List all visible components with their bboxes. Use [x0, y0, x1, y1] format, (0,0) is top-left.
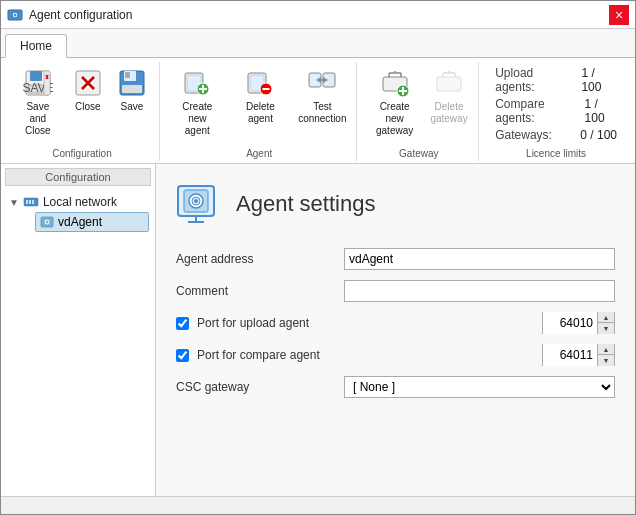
agent-address-input[interactable] [344, 248, 615, 270]
svg-point-2 [14, 13, 17, 16]
port-upload-down-button[interactable]: ▼ [598, 323, 614, 334]
gateways-value: 0 / 100 [580, 128, 617, 142]
app-icon [7, 7, 23, 23]
agent-header: Agent settings [176, 180, 615, 228]
csc-gateway-label: CSC gateway [176, 380, 336, 394]
port-compare-value[interactable] [543, 344, 598, 366]
ribbon-group-licence: Upload agents: 1 / 100 Compare agents: 1… [481, 62, 631, 161]
save-button[interactable]: Save [111, 62, 153, 118]
compare-agents-row: Compare agents: 1 / 100 [495, 97, 617, 125]
gateway-group-label: Gateway [399, 148, 438, 159]
port-upload-row: Port for upload agent ▲ ▼ [176, 312, 615, 334]
delete-agent-button[interactable]: Delete agent [229, 62, 293, 130]
agent-buttons: Create newagent Delete agent [168, 62, 350, 146]
licence-info: Upload agents: 1 / 100 Compare agents: 1… [487, 62, 625, 146]
ribbon-content: SAVE Saveand Close [1, 57, 635, 163]
agent-address-label: Agent address [176, 252, 336, 266]
upload-agents-label: Upload agents: [495, 66, 573, 94]
svg-rect-45 [26, 200, 28, 204]
upload-agents-value: 1 / 100 [581, 66, 617, 94]
close-label: Close [75, 101, 101, 113]
save-close-icon: SAVE [22, 67, 54, 99]
upload-agents-row: Upload agents: 1 / 100 [495, 66, 617, 94]
gateways-label: Gateways: [495, 128, 552, 142]
licence-group-label: Licence limits [526, 148, 586, 159]
delete-gateway-icon [433, 67, 465, 99]
ribbon-group-agent: Create newagent Delete agent [162, 62, 357, 161]
port-compare-checkbox-row: Port for compare agent [176, 348, 336, 362]
save-icon [116, 67, 148, 99]
comment-label: Comment [176, 284, 336, 298]
csc-gateway-select[interactable]: [ None ] [344, 376, 615, 398]
close-button[interactable]: Close [67, 62, 109, 118]
delete-gateway-label: Deletegateway [430, 101, 467, 125]
sidebar-title: Configuration [5, 168, 151, 186]
close-window-button[interactable]: × [609, 5, 629, 25]
save-label: Save [121, 101, 144, 113]
create-agent-button[interactable]: Create newagent [168, 62, 227, 142]
delete-agent-label: Delete agent [236, 101, 286, 125]
agent-settings-title: Agent settings [236, 191, 375, 217]
comment-row: Comment [176, 280, 615, 302]
comment-input[interactable] [344, 280, 615, 302]
test-connection-icon [306, 67, 338, 99]
close-icon [72, 67, 104, 99]
port-compare-label: Port for compare agent [197, 348, 320, 362]
sidebar: Configuration ▼ Local network [1, 164, 156, 496]
create-agent-label: Create newagent [175, 101, 220, 137]
port-compare-checkbox[interactable] [176, 349, 189, 362]
create-gateway-button[interactable]: Create newgateway [365, 62, 423, 142]
gateway-buttons: Create newgateway Deletegateway [365, 62, 472, 146]
create-agent-icon [181, 67, 213, 99]
svg-rect-7 [44, 71, 50, 95]
save-close-button[interactable]: SAVE Saveand Close [11, 62, 65, 142]
title-bar-left: Agent configuration [7, 7, 132, 23]
ribbon: Home SAVE [1, 29, 635, 164]
compare-agents-label: Compare agents: [495, 97, 576, 125]
network-icon [23, 194, 39, 210]
port-compare-spinner: ▲ ▼ [542, 344, 615, 366]
agent-node-icon [40, 215, 54, 229]
title-text: Agent configuration [29, 8, 132, 22]
form-grid: Agent address Comment Port for upload ag… [176, 248, 615, 398]
svg-rect-46 [29, 200, 31, 204]
delete-agent-icon [244, 67, 276, 99]
port-upload-checkbox-row: Port for upload agent [176, 316, 336, 330]
port-upload-checkbox[interactable] [176, 317, 189, 330]
svg-point-55 [194, 199, 198, 203]
port-compare-up-button[interactable]: ▲ [598, 344, 614, 355]
agent-group-label: Agent [246, 148, 272, 159]
port-compare-down-button[interactable]: ▼ [598, 355, 614, 366]
agent-address-row: Agent address [176, 248, 615, 270]
agent-header-icon [176, 180, 224, 228]
ribbon-tabs: Home [1, 29, 635, 57]
tree-node-local-network[interactable]: ▼ Local network [7, 192, 149, 212]
tree-children: vdAgent [35, 212, 149, 232]
port-compare-spin-buttons: ▲ ▼ [598, 344, 614, 366]
port-upload-label: Port for upload agent [197, 316, 309, 330]
test-connection-button[interactable]: Testconnection [294, 62, 350, 130]
tab-home[interactable]: Home [5, 34, 67, 58]
svg-point-50 [46, 221, 49, 224]
port-upload-spinner: ▲ ▼ [542, 312, 615, 334]
create-gateway-label: Create newgateway [372, 101, 416, 137]
csc-gateway-row: CSC gateway [ None ] [176, 376, 615, 398]
create-gateway-icon [379, 67, 411, 99]
port-upload-value[interactable] [543, 312, 598, 334]
port-upload-up-button[interactable]: ▲ [598, 312, 614, 323]
configuration-buttons: SAVE Saveand Close [11, 62, 153, 146]
vdagent-label: vdAgent [58, 215, 102, 229]
svg-rect-47 [32, 200, 34, 204]
port-compare-row: Port for compare agent ▲ ▼ [176, 344, 615, 366]
local-network-label: Local network [43, 195, 117, 209]
status-bar [1, 496, 635, 514]
main-window: Agent configuration × Home SAVE [0, 0, 636, 515]
test-connection-label: Testconnection [298, 101, 346, 125]
tree-node-vdagent[interactable]: vdAgent [35, 212, 149, 232]
ribbon-group-gateway: Create newgateway Deletegateway [359, 62, 479, 161]
configuration-group-label: Configuration [52, 148, 111, 159]
compare-agents-value: 1 / 100 [585, 97, 617, 125]
delete-gateway-button[interactable]: Deletegateway [426, 62, 472, 130]
detail-panel: Agent settings Agent address Comment [156, 164, 635, 496]
ribbon-group-configuration: SAVE Saveand Close [5, 62, 160, 161]
